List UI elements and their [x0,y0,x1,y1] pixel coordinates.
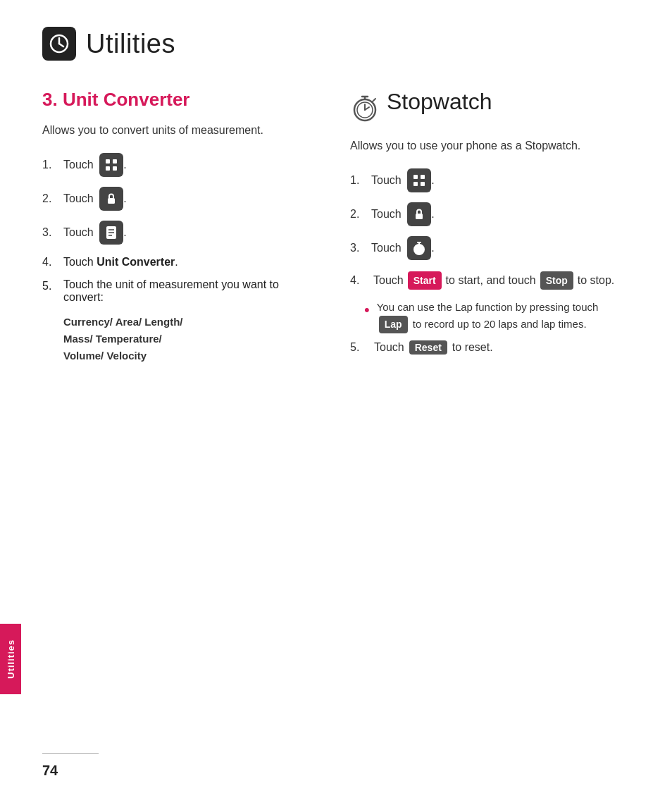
stop-badge: Stop [540,271,573,290]
unit-converter-description: Allows you to convert units of measureme… [42,122,322,139]
stopwatch-steps: 1. Touch . 2. Touch [350,168,630,260]
stopwatch-section: Stopwatch Allows you to use your phone a… [350,89,630,364]
sw-step-4-middle: to start, and touch [446,271,536,290]
lap-bullet: • You can use the Lap function by pressi… [364,300,630,333]
svg-rect-7 [108,198,115,204]
sw-step-1-text: Touch [371,173,404,188]
stopwatch-icon [350,93,380,123]
step-2-icon [99,187,123,211]
step-4: 4. Touch Unit Converter. [42,256,322,269]
sw-stopwatch-small-icon [411,240,427,256]
utilities-icon [42,27,76,61]
step-4-text: Touch Unit Converter. [63,256,178,269]
stopwatch-description: Allows you to use your phone as a Stopwa… [350,137,630,154]
sw-step-1-period: . [431,173,434,188]
sw-step-3-text: Touch [371,240,404,256]
step-1: 1. Touch . [42,153,322,177]
sw-step-2-period: . [431,207,434,222]
sidebar-label: Utilities [0,624,21,694]
sw-step-1: 1. Touch . [350,168,630,192]
svg-rect-23 [416,214,423,219]
lap-bullet-text: You can use the Lap function by pressing… [377,300,630,333]
bullet-dot: • [364,298,370,321]
step-4-number: 4. [42,256,63,269]
step-3-text: Touch [63,225,97,240]
sw-step-5-suffix: to reset. [452,341,493,354]
sw-step-5-number: 5. [350,341,371,354]
step-5-number: 5. [42,278,63,292]
svg-rect-19 [413,175,418,179]
page-header: Utilities [0,0,672,75]
step-1-text: Touch [63,157,97,173]
svg-rect-22 [421,182,425,186]
grid-icon [104,157,119,173]
stopwatch-title: Stopwatch [387,89,492,115]
svg-line-2 [59,44,63,47]
svg-rect-6 [113,166,117,171]
note-icon [104,225,119,240]
unit-converter-section: 3. Unit Converter Allows you to convert … [42,89,322,364]
unit-converter-bold: Unit Converter [97,256,175,268]
sw-step-4-prefix: Touch [373,271,404,290]
main-content: 3. Unit Converter Allows you to convert … [0,75,672,393]
start-badge: Start [408,271,442,290]
page-number: 74 [42,763,58,779]
stopwatch-icon-svg [350,93,380,123]
svg-rect-3 [106,159,110,164]
sw-step-2-number: 2. [350,207,371,222]
step-2: 2. Touch . [42,187,322,211]
svg-line-18 [373,99,375,101]
sw-grid-icon [411,173,427,188]
lock-icon [104,191,119,207]
step-2-period: . [123,191,126,207]
svg-rect-20 [421,175,425,179]
sw-step-3-number: 3. [350,240,371,256]
sw-step-4-suffix: to stop. [578,271,614,290]
step-3-icon [99,221,123,245]
page-divider [42,753,99,754]
step-2-number: 2. [42,191,63,207]
sw-step-4: 4. Touch Start to start, and touch Stop … [350,271,630,290]
reset-badge: Reset [409,340,447,355]
svg-rect-21 [413,182,418,186]
sw-step-1-icon [407,168,431,192]
stopwatch-header: Stopwatch [350,89,630,126]
step-5: 5. Touch the unit of measurement you wan… [42,278,322,304]
step-5-text: Touch the unit of measurement you want t… [63,278,322,304]
svg-rect-5 [106,166,110,171]
step-2-text: Touch [63,191,97,207]
sw-step-2-text: Touch [371,207,404,222]
sw-step-3-icon [407,236,431,260]
step-3-number: 3. [42,225,63,240]
sw-step-3: 3. Touch . [350,236,630,260]
unit-converter-title: 3. Unit Converter [42,89,322,111]
sw-lock-icon [411,207,427,222]
sw-step-3-period: . [431,240,434,256]
utilities-icon-svg [48,32,70,55]
sw-step-4-number: 4. [350,271,371,290]
step-3: 3. Touch . [42,221,322,245]
lap-badge: Lap [379,316,408,333]
sw-step-1-number: 1. [350,173,371,188]
step-1-icon [99,153,123,177]
step-1-number: 1. [42,157,63,173]
svg-rect-4 [113,159,117,164]
sw-step-5-prefix: Touch [374,341,404,354]
sw-step-2-icon [407,202,431,226]
step-3-period: . [123,225,126,240]
sw-step-5: 5. Touch Reset to reset. [350,340,630,355]
unit-converter-steps: 1. Touch . 2. Touch [42,153,322,245]
step-1-period: . [123,157,126,173]
sw-step-2: 2. Touch . [350,202,630,226]
page-title: Utilities [86,29,175,59]
currency-list: Currency/ Area/ Length/ Mass/ Temperatur… [63,314,322,364]
